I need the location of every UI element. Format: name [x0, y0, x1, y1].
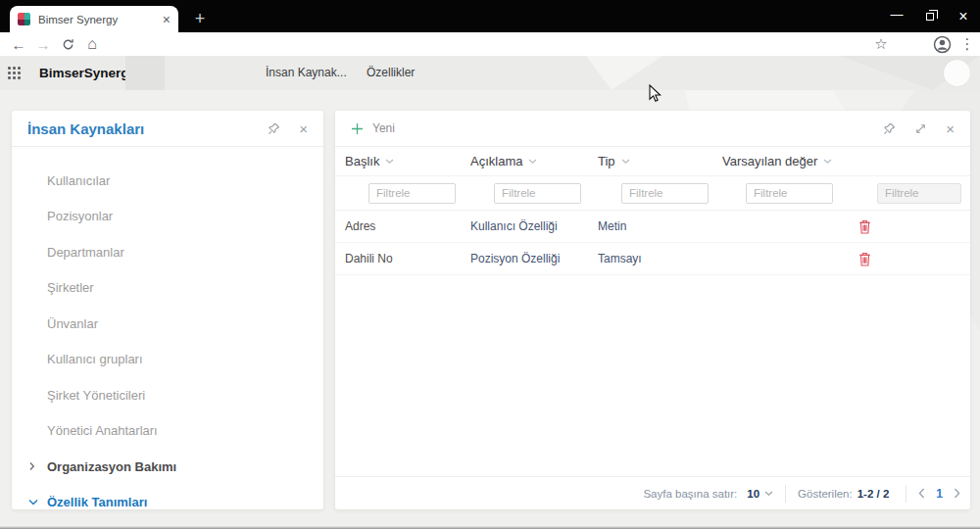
app-header: BimserSynergy İnsan Kaynak... Özellikler — [0, 56, 980, 90]
sidebar-item-departmanlar[interactable]: Departmanlar — [12, 234, 323, 270]
chevron-left-icon — [918, 488, 925, 499]
browser-navbar: ← → ⌂ stage.bimser.net/#/ ☆ A ⋮ — [0, 32, 980, 56]
chevron-right-icon — [28, 462, 36, 471]
column-label: Açıklama — [470, 154, 522, 168]
column-header-aciklama[interactable]: Açıklama — [470, 154, 598, 168]
window-close-button[interactable]: × — [947, 0, 980, 32]
tab-ozellikler[interactable]: Özellikler — [367, 56, 415, 90]
next-page-button[interactable] — [954, 488, 960, 499]
window-minimize-button[interactable]: — — [880, 0, 913, 32]
cell-tip: Tamsayı — [598, 252, 722, 265]
sidebar-close-icon[interactable]: × — [299, 121, 308, 136]
delete-row-button[interactable] — [854, 248, 875, 269]
column-label: Başlık — [345, 154, 379, 168]
delete-row-button[interactable] — [854, 216, 875, 237]
sidebar-item-kullanici-gruplari[interactable]: Kullanıcı grupları — [12, 342, 323, 378]
tab-title: Bimser Synergy — [38, 14, 163, 25]
table-row[interactable]: Adres Kullanıcı Özelliği Metin — [335, 211, 970, 243]
column-header-baslik[interactable]: Başlık — [345, 154, 470, 168]
reload-button[interactable] — [57, 32, 78, 56]
sidebar-panel: İnsan Kaynakları × Kullanıcılar Pozisyon… — [12, 111, 323, 509]
table-empty-space — [335, 275, 970, 476]
filter-input-tip[interactable] — [621, 183, 709, 204]
app-launcher-icon[interactable] — [8, 67, 21, 79]
chevron-down-icon — [621, 159, 630, 165]
sidebar-group-label: Organizasyon Bakımı — [47, 459, 176, 474]
sidebar-header: İnsan Kaynakları × — [12, 111, 323, 147]
new-tab-button[interactable]: + — [186, 6, 214, 32]
filter-input-baslik[interactable] — [368, 183, 456, 204]
table-row[interactable]: Dahili No Pozisyon Özelliği Tamsayı — [335, 243, 970, 275]
restore-icon — [926, 13, 934, 21]
sidebar-group-label: Özellik Tanımları — [47, 495, 147, 509]
filter-input-varsayilan[interactable] — [746, 183, 833, 204]
expand-icon[interactable] — [914, 122, 927, 135]
filter-input-aciklama[interactable] — [494, 183, 581, 204]
sidebar-group-organizasyon-bakimi[interactable]: Organizasyon Bakımı — [12, 449, 323, 485]
chevron-right-icon — [954, 488, 960, 499]
browser-window: Bimser Synergy × + — × ← → ⌂ stage.bimse… — [0, 0, 980, 529]
profile-icon — [933, 35, 952, 54]
cell-aciklama: Kullanıcı Özelliği — [470, 219, 598, 233]
back-button[interactable]: ← — [8, 32, 29, 56]
filter-row — [335, 176, 970, 211]
pin-icon[interactable] — [268, 122, 280, 135]
browser-profile-button[interactable] — [931, 32, 953, 56]
column-label: Varsayılan değer — [722, 154, 817, 168]
chevron-down-icon — [28, 499, 38, 505]
shown-range: 1-2 / 2 — [858, 488, 890, 500]
tab-close-icon[interactable]: × — [163, 13, 171, 26]
browser-menu-button[interactable]: ⋮ — [956, 32, 978, 56]
sidebar-item-pozisyonlar[interactable]: Pozisyonlar — [12, 199, 323, 235]
cell-aciklama: Pozisyon Özelliği — [470, 252, 598, 265]
properties-panel: Yeni × Başlık Açıklama — [335, 111, 970, 509]
rows-per-page-value[interactable]: 10 — [747, 488, 760, 500]
rows-per-page-dropdown[interactable] — [764, 491, 773, 497]
sidebar-item-sirket-yoneticileri[interactable]: Şirket Yöneticileri — [12, 377, 323, 413]
chevron-down-icon — [385, 159, 394, 165]
rows-per-page-label: Sayfa başına satır: — [643, 488, 737, 500]
forward-button[interactable]: → — [32, 32, 54, 56]
chevron-down-icon — [528, 159, 537, 165]
sidebar-title: İnsan Kaynakları — [27, 120, 144, 137]
panel-close-icon[interactable]: × — [946, 121, 955, 136]
window-controls: — × — [880, 0, 980, 32]
previous-page-button[interactable] — [918, 488, 925, 499]
brand-logo[interactable]: BimserSynergy — [39, 56, 136, 90]
footer-divider — [785, 485, 786, 503]
column-label: Tip — [598, 154, 615, 168]
new-button[interactable]: Yeni — [351, 121, 395, 135]
chevron-down-icon — [764, 491, 773, 497]
bookmark-star-button[interactable]: ☆ — [870, 32, 892, 56]
trash-icon — [858, 218, 871, 234]
sidebar-group-ozellik-tanimlari[interactable]: Özellik Tanımları — [12, 485, 323, 510]
cell-tip: Metin — [598, 219, 722, 233]
sidebar-item-sirketler[interactable]: Şirketler — [12, 270, 323, 307]
browser-titlebar: Bimser Synergy × + — × — [0, 0, 980, 32]
column-header-varsayilan-deger[interactable]: Varsayılan değer — [722, 154, 850, 168]
sidebar-item-yonetici-anahtarlari[interactable]: Yönetici Anahtarları — [12, 413, 323, 450]
filter-input-disabled — [877, 183, 961, 204]
pin-icon[interactable] — [883, 122, 896, 135]
window-restore-button[interactable] — [913, 0, 947, 32]
shown-label: Gösterilen: — [798, 488, 853, 500]
sidebar-item-kullanicilar[interactable]: Kullanıcılar — [12, 163, 323, 199]
sidebar-menu: Kullanıcılar Pozisyonlar Departmanlar Şi… — [12, 147, 323, 509]
user-avatar[interactable] — [944, 60, 970, 86]
browser-tab[interactable]: Bimser Synergy × — [10, 6, 178, 32]
pagination-footer: Sayfa başına satır: 10 Gösterilen: 1-2 /… — [335, 476, 970, 509]
tab-insan-kaynaklari[interactable]: İnsan Kaynak... — [266, 56, 347, 90]
home-button[interactable]: ⌂ — [81, 32, 103, 56]
chevron-down-icon — [823, 159, 832, 165]
column-header-tip[interactable]: Tip — [598, 154, 722, 168]
table-header-row: Başlık Açıklama Tip Varsayılan değer — [335, 147, 970, 176]
new-button-label: Yeni — [372, 121, 395, 135]
current-page-number[interactable]: 1 — [936, 487, 943, 501]
bimser-favicon-icon — [18, 13, 30, 25]
sidebar-item-unvanlar[interactable]: Ünvanlar — [12, 306, 323, 342]
plus-icon — [351, 122, 364, 135]
cell-baslik: Dahili No — [345, 252, 470, 265]
reload-icon — [62, 38, 74, 51]
background-pattern — [510, 56, 764, 90]
panel-toolbar: Yeni × — [335, 111, 970, 147]
